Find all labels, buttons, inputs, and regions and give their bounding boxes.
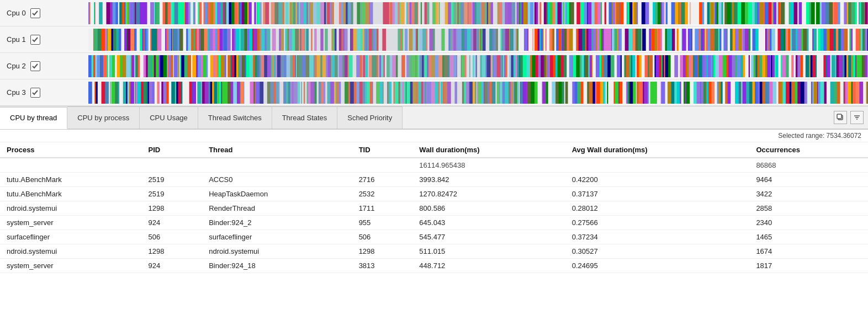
cell-process: tutu.ABenchMark xyxy=(0,173,141,187)
cell-occurrences: 1674 xyxy=(749,244,868,259)
cell-wall-duration: 1270.82472 xyxy=(412,187,565,201)
cell-occurrences: 1465 xyxy=(749,230,868,244)
cpu-panel: Cpu 0 Cpu 1 Cpu 2 xyxy=(0,0,868,106)
table-header-row: Process PID Thread TID Wall duration(ms)… xyxy=(0,142,868,158)
col-occurrences: Occurrences xyxy=(749,142,868,158)
summary-wall-duration: 16114.965438 xyxy=(412,158,565,173)
cell-avg-wall-duration: 0.24695 xyxy=(565,259,750,273)
cpu-row-2: Cpu 2 xyxy=(0,53,868,79)
cell-tid: 1298 xyxy=(352,244,413,259)
col-process: Process xyxy=(0,142,141,158)
cell-avg-wall-duration: 0.27566 xyxy=(565,216,750,230)
cell-pid: 2519 xyxy=(141,187,202,201)
tab-sched-priority[interactable]: Sched Priority xyxy=(337,106,403,129)
col-thread: Thread xyxy=(202,142,352,158)
table-row[interactable]: surfaceflinger 506 surfaceflinger 506 54… xyxy=(0,230,868,244)
table-row[interactable]: system_server 924 Binder:924_18 3813 448… xyxy=(0,259,868,273)
table-row[interactable]: system_server 924 Binder:924_2 955 645.0… xyxy=(0,216,868,230)
cpu-name-0: Cpu 0 xyxy=(7,9,26,17)
table-wrapper[interactable]: Process PID Thread TID Wall duration(ms)… xyxy=(0,142,868,273)
cpu-label-0: Cpu 0 xyxy=(0,8,88,18)
tabs-row: CPU by thread CPU by process CPU Usage T… xyxy=(0,106,868,130)
cell-avg-wall-duration: 0.37137 xyxy=(565,187,750,201)
cell-tid: 2532 xyxy=(352,187,413,201)
col-pid: PID xyxy=(141,142,202,158)
cell-avg-wall-duration: 0.37234 xyxy=(565,230,750,244)
cpu-checkbox-0[interactable] xyxy=(30,8,40,18)
col-wall-duration: Wall duration(ms) xyxy=(412,142,565,158)
cell-thread: RenderThread xyxy=(202,201,352,216)
table-row[interactable]: ndroid.systemui 1298 RenderThread 1711 8… xyxy=(0,201,868,216)
cell-tid: 955 xyxy=(352,216,413,230)
cell-thread: HeapTaskDaemon xyxy=(202,187,352,201)
cpu-row-3: Cpu 3 xyxy=(0,79,868,106)
table-row[interactable]: tutu.ABenchMark 2519 ACCS0 2716 3993.842… xyxy=(0,173,868,187)
cell-pid: 1298 xyxy=(141,244,202,259)
cell-occurrences: 1817 xyxy=(749,259,868,273)
summary-occurrences: 86868 xyxy=(749,158,868,173)
cpu-checkbox-3[interactable] xyxy=(30,88,40,98)
cell-tid: 3813 xyxy=(352,259,413,273)
cell-wall-duration: 511.015 xyxy=(412,244,565,259)
cpu-track-3[interactable] xyxy=(88,82,868,104)
cpu-name-2: Cpu 2 xyxy=(7,62,26,70)
tab-cpu-usage[interactable]: CPU Usage xyxy=(140,106,198,129)
copy-button[interactable] xyxy=(834,111,847,124)
cell-pid: 924 xyxy=(141,216,202,230)
cell-pid: 1298 xyxy=(141,201,202,216)
selected-range-bar: Selected range: 7534.36072 xyxy=(0,130,868,142)
cell-process: system_server xyxy=(0,216,141,230)
table-row[interactable]: ndroid.systemui 1298 ndroid.systemui 129… xyxy=(0,244,868,259)
cpu-row-0: Cpu 0 xyxy=(0,0,868,26)
cell-thread: surfaceflinger xyxy=(202,230,352,244)
tab-actions xyxy=(834,111,868,124)
tab-cpu-by-thread[interactable]: CPU by thread xyxy=(0,107,67,129)
cpu-canvas-3 xyxy=(88,82,868,104)
cell-process: tutu.ABenchMark xyxy=(0,187,141,201)
summary-thread xyxy=(202,158,352,173)
cell-occurrences: 2340 xyxy=(749,216,868,230)
cell-wall-duration: 800.586 xyxy=(412,201,565,216)
cell-process: ndroid.systemui xyxy=(0,244,141,259)
cell-process: ndroid.systemui xyxy=(0,201,141,216)
summary-avg-wall-duration xyxy=(565,158,750,173)
cpu-checkbox-1[interactable] xyxy=(30,35,40,45)
cell-wall-duration: 448.712 xyxy=(412,259,565,273)
cell-wall-duration: 645.043 xyxy=(412,216,565,230)
cell-process: surfaceflinger xyxy=(0,230,141,244)
cell-avg-wall-duration: 0.28012 xyxy=(565,201,750,216)
tab-thread-switches[interactable]: Thread Switches xyxy=(198,106,272,129)
data-table: Process PID Thread TID Wall duration(ms)… xyxy=(0,142,868,273)
cpu-name-3: Cpu 3 xyxy=(7,88,26,97)
cell-wall-duration: 3993.842 xyxy=(412,173,565,187)
filter-button[interactable] xyxy=(850,111,864,124)
cell-pid: 924 xyxy=(141,259,202,273)
table-row[interactable]: tutu.ABenchMark 2519 HeapTaskDaemon 2532… xyxy=(0,187,868,201)
cpu-canvas-0 xyxy=(88,2,868,24)
selected-range-text: Selected range: 7534.36072 xyxy=(778,132,861,140)
cell-wall-duration: 545.477 xyxy=(412,230,565,244)
tab-thread-states[interactable]: Thread States xyxy=(272,106,338,129)
cell-thread: ndroid.systemui xyxy=(202,244,352,259)
summary-row: 16114.965438 86868 xyxy=(0,158,868,173)
cell-occurrences: 3422 xyxy=(749,187,868,201)
cell-occurrences: 2858 xyxy=(749,201,868,216)
cell-process: system_server xyxy=(0,259,141,273)
cell-occurrences: 9464 xyxy=(749,173,868,187)
cpu-label-2: Cpu 2 xyxy=(0,61,88,71)
cpu-track-1[interactable] xyxy=(88,29,868,51)
cpu-label-3: Cpu 3 xyxy=(0,88,88,98)
summary-tid xyxy=(352,158,413,173)
col-avg-wall-duration: Avg Wall duration(ms) xyxy=(565,142,750,158)
cell-pid: 2519 xyxy=(141,173,202,187)
tab-cpu-by-process[interactable]: CPU by process xyxy=(67,106,140,129)
summary-pid xyxy=(141,158,202,173)
cell-tid: 2716 xyxy=(352,173,413,187)
cell-avg-wall-duration: 0.42200 xyxy=(565,173,750,187)
cell-tid: 1711 xyxy=(352,201,413,216)
cpu-track-2[interactable] xyxy=(88,55,868,77)
svg-rect-1 xyxy=(837,114,841,119)
cpu-canvas-1 xyxy=(88,29,868,51)
cpu-track-0[interactable] xyxy=(88,2,868,24)
cpu-checkbox-2[interactable] xyxy=(30,61,40,71)
